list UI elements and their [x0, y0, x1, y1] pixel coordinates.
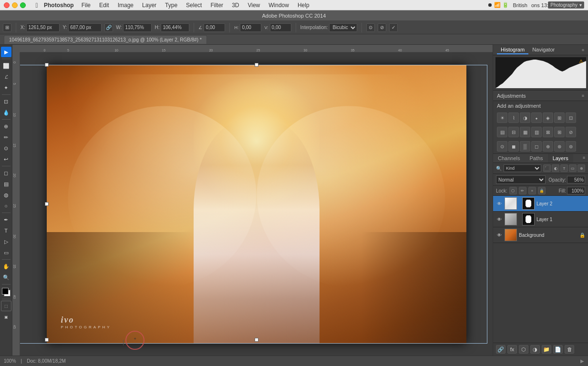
filter-type[interactable]: T [560, 164, 568, 172]
history-brush-tool[interactable]: ↩ [1, 154, 11, 164]
adj-exposure[interactable]: ◑ [520, 112, 530, 123]
transform-options-icon[interactable]: ⊞ [3, 23, 11, 32]
adj-hsl[interactable]: ◈ [543, 112, 553, 123]
layers-options-icon[interactable]: ≡ [580, 154, 588, 163]
adj-brightness[interactable]: ☀ [497, 112, 507, 123]
tab-channels[interactable]: Channels [493, 154, 525, 163]
add-mask-button[interactable]: ⬡ [519, 345, 528, 354]
menu-layer[interactable]: Layer [138, 1, 160, 10]
transform-handle-tl[interactable] [45, 63, 49, 67]
menu-view[interactable]: View [244, 1, 264, 10]
new-group-button[interactable]: 📁 [542, 345, 551, 354]
h-input[interactable] [161, 23, 189, 32]
close-button[interactable] [4, 2, 10, 8]
adj-solid-color[interactable]: ◼ [508, 141, 519, 152]
menu-image[interactable]: Image [114, 1, 137, 10]
adj-extra2[interactable]: ⊛ [554, 141, 565, 152]
layer-link-button[interactable]: 🔗 [496, 345, 505, 354]
lock-all[interactable]: 🔒 [538, 187, 546, 194]
blend-mode-select[interactable]: Normal [496, 175, 546, 184]
cancel-transform-icon[interactable]: ⊘ [378, 23, 386, 32]
layer-row[interactable]: 👁 Background 🔒 [493, 227, 588, 243]
fill-input[interactable] [567, 187, 585, 194]
new-adjustment-button[interactable]: ◑ [530, 345, 540, 354]
adj-extra[interactable]: ⊕ [543, 141, 553, 152]
adj-gradient-map[interactable]: ▥ [531, 127, 542, 137]
workspace-dropdown[interactable]: Photography ▾ [548, 1, 584, 9]
menu-help[interactable]: Help [294, 1, 313, 10]
stamp-tool[interactable]: ⊙ [1, 143, 11, 153]
layer-row[interactable]: 👁 Layer 1 [493, 212, 588, 227]
layer-mask-thumbnail[interactable] [522, 197, 535, 210]
delete-layer-button[interactable]: 🗑 [565, 345, 574, 354]
commit-transform-icon[interactable]: ✓ [389, 23, 398, 32]
pen-tool[interactable]: ✒ [1, 214, 11, 225]
layer-visibility-toggle[interactable]: 👁 [496, 216, 503, 223]
timeline-button[interactable]: ▶ [580, 358, 584, 364]
rect-select-tool[interactable]: ⬜ [1, 61, 11, 71]
quick-mask-toggle[interactable]: ⬚ [1, 301, 11, 311]
lock-position[interactable]: + [528, 187, 536, 194]
path-select-tool[interactable]: ▷ [1, 236, 11, 247]
move-tool[interactable]: ▶ [1, 47, 11, 57]
tab-navigator[interactable]: Navigator [528, 46, 558, 54]
menu-select[interactable]: Select [182, 1, 206, 10]
document-tab[interactable]: 10496189_662793597138573_256392713110312… [4, 35, 207, 44]
zoom-tool[interactable]: 🔍 [1, 272, 11, 283]
shape-tool[interactable]: ▭ [1, 247, 11, 258]
menu-3d[interactable]: 3D [228, 1, 243, 10]
adj-solidcolor2[interactable]: ◻ [531, 141, 542, 152]
new-layer-button[interactable]: 📄 [553, 345, 563, 354]
filter-adj[interactable]: ◐ [552, 164, 559, 172]
filter-pixel[interactable]: ⬛ [543, 164, 551, 172]
screen-mode-toggle[interactable]: ▣ [1, 312, 11, 322]
brush-tool[interactable]: ✏ [1, 132, 11, 142]
transform-handle-bc[interactable] [255, 338, 258, 342]
adj-posterize[interactable]: ▦ [520, 127, 530, 137]
add-layer-style-button[interactable]: fx [507, 345, 517, 354]
filter-shape[interactable]: ▭ [569, 164, 577, 172]
adj-extra3[interactable]: ⊜ [566, 141, 576, 152]
histogram-options-icon[interactable]: ≡ [582, 48, 584, 52]
opacity-input[interactable] [567, 176, 585, 183]
apple-icon[interactable]:  [30, 1, 44, 9]
color-swatches[interactable] [1, 287, 11, 297]
foreground-color[interactable] [2, 288, 9, 295]
transform-handle-ml[interactable] [45, 202, 49, 206]
tab-histogram[interactable]: Histogram [497, 46, 528, 54]
interpolation-select[interactable]: Bicubic [329, 23, 357, 32]
lock-image-pixels[interactable]: ✏ [519, 187, 526, 194]
blur-tool[interactable]: ◍ [1, 190, 11, 200]
eraser-tool[interactable]: ◻ [1, 168, 11, 178]
menu-filter[interactable]: Filter [206, 1, 227, 10]
hskew-input[interactable] [240, 23, 261, 32]
transform-handle-tc[interactable] [255, 63, 258, 67]
filter-smart[interactable]: ⊕ [578, 164, 585, 172]
transform-handle-bl[interactable] [45, 338, 49, 342]
vskew-input[interactable] [270, 23, 291, 32]
gradient-tool[interactable]: ▤ [1, 179, 11, 189]
y-input[interactable] [68, 23, 102, 32]
crop-tool[interactable]: ⊡ [1, 96, 11, 107]
adj-invert[interactable]: ⊘ [566, 127, 576, 137]
lasso-tool[interactable]: 𝓛 [1, 71, 11, 82]
hand-tool[interactable]: ✋ [1, 261, 11, 272]
zoom-button[interactable] [20, 2, 26, 8]
adj-selective-color[interactable]: ⊠ [543, 127, 553, 137]
heal-tool[interactable]: ⊕ [1, 121, 11, 132]
tab-paths[interactable]: Paths [525, 154, 547, 163]
angle-input[interactable] [204, 23, 225, 32]
dodge-tool[interactable]: ○ [1, 201, 11, 211]
layer-row[interactable]: 👁 Layer 2 [493, 196, 588, 212]
canvas-area[interactable]: ivo PHOTOGRAPHY [20, 52, 493, 356]
layer-visibility-toggle[interactable]: 👁 [496, 232, 503, 238]
menu-type[interactable]: Type [161, 1, 181, 10]
adj-levels[interactable]: ▤ [497, 127, 507, 137]
minimize-button[interactable] [12, 2, 18, 8]
adj-photofilter[interactable]: ⊡ [566, 112, 576, 123]
type-tool[interactable]: T [1, 225, 11, 236]
lock-transparent-pixels[interactable]: ⬡ [509, 187, 517, 194]
menu-window[interactable]: Window [265, 1, 293, 10]
menu-edit[interactable]: Edit [95, 1, 113, 10]
tab-layers[interactable]: Layers [548, 154, 573, 163]
